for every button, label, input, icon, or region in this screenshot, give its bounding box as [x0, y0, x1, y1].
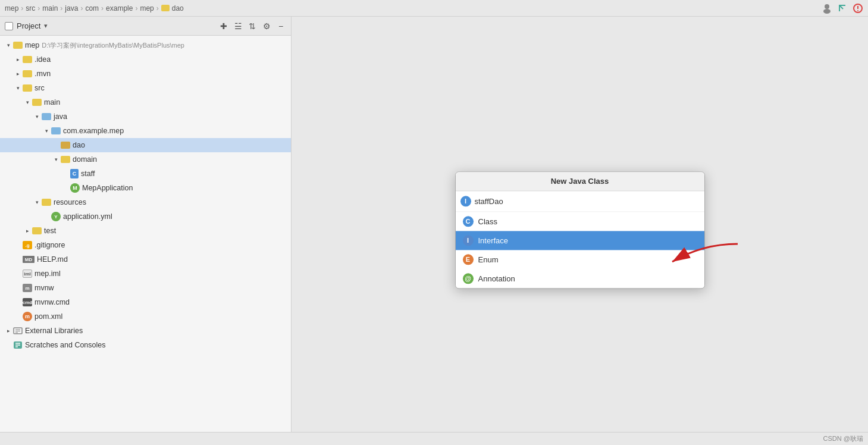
enum-type-icon: E [463, 254, 474, 265]
dialog-item-annotation[interactable]: @ Annotation [456, 269, 704, 288]
tree-label-staff: staff [81, 170, 95, 178]
project-icon [5, 22, 13, 30]
iml-file-icon: iml [23, 269, 32, 278]
folder-icon [23, 84, 32, 92]
tree-label-mvnw: mvnw [35, 284, 54, 292]
tree-item-java[interactable]: java [0, 109, 291, 124]
tree-item-gitignore[interactable]: .g .gitignore [0, 238, 291, 252]
tree-label-pomxml: pom.xml [35, 312, 62, 321]
sidebar-title: Project ▾ [5, 21, 48, 30]
tree-item-mvnw[interactable]: m mvnw [0, 281, 291, 295]
tree-item-mvnwcmd[interactable]: cmd mvnw.cmd [0, 295, 291, 309]
enum-type-label: Enum [478, 255, 499, 264]
tree-item-mepapplication[interactable]: M MepApplication [0, 181, 291, 195]
extlibs-icon [13, 327, 23, 335]
main-layout: Project ▾ ✚ ☱ ⇅ ⚙ − mep D:\学习案例\integrat… [0, 17, 868, 432]
yml-file-icon: Y [51, 212, 61, 221]
dialog-input-row: I [456, 191, 704, 212]
tree-item-main[interactable]: main [0, 95, 291, 109]
interface-type-label: Interface [478, 236, 509, 245]
expand-arrow [14, 56, 21, 63]
sidebar-header: Project ▾ ✚ ☱ ⇅ ⚙ − [0, 17, 291, 36]
add-button[interactable]: ✚ [218, 21, 229, 32]
tree-label-domain: domain [73, 155, 97, 164]
dialog-item-enum[interactable]: E Enum [456, 250, 704, 269]
xml-file-icon: m [23, 312, 32, 321]
dialog-input-icon: I [460, 196, 471, 206]
tree-label-java: java [54, 112, 67, 121]
tree-label-mvnwcmd: mvnw.cmd [35, 298, 70, 306]
tree-label-appyml: application.yml [63, 212, 112, 221]
tree-item-pomxml[interactable]: m pom.xml [0, 309, 291, 324]
tree-item-src[interactable]: src [0, 81, 291, 95]
tree-item-extlibs[interactable]: External Libraries [0, 324, 291, 338]
tree-item-scratches[interactable]: Scratches and Consoles [0, 338, 291, 352]
tree-label-mvn: .mvn [35, 70, 51, 78]
breadcrumb-item-dao[interactable]: dao [172, 4, 184, 12]
tree-item-domain[interactable]: domain [0, 152, 291, 167]
chevron-down-icon[interactable]: ▾ [44, 22, 48, 30]
breadcrumb-item-main[interactable]: main [42, 4, 58, 12]
breadcrumb-item-example[interactable]: example [106, 4, 133, 12]
breadcrumb-right [822, 3, 863, 14]
breadcrumb-item-src[interactable]: src [26, 4, 35, 12]
tree-item-com-example-mep[interactable]: com.example.mep [0, 124, 291, 138]
vcs-icon[interactable] [837, 3, 848, 14]
folder-icon [13, 42, 23, 49]
sidebar-panel: Project ▾ ✚ ☱ ⇅ ⚙ − mep D:\学习案例\integrat… [0, 17, 292, 432]
expand-arrow [14, 84, 21, 92]
mvnw-file-icon: m [23, 284, 32, 292]
expand-arrow [52, 156, 59, 163]
watermark-text: CSDN @耿瑞 [823, 434, 863, 443]
app-file-icon: M [70, 183, 80, 193]
expand-arrow [43, 127, 50, 134]
tree-item-test[interactable]: test [0, 224, 291, 238]
expand-arrow [24, 227, 31, 234]
tree-item-mepiml[interactable]: iml mep.iml [0, 267, 291, 281]
annotation-type-label: Annotation [478, 274, 515, 283]
scratches-icon [13, 341, 23, 349]
class-type-label: Class [478, 217, 498, 226]
tree-label-extlibs: External Libraries [25, 327, 83, 335]
collapse-button[interactable]: ⇅ [247, 21, 258, 32]
notifications-icon[interactable] [853, 3, 863, 14]
tree-item-helpmd[interactable]: MD HELP.md [0, 252, 291, 267]
dialog-list: C Class I Interface E Enum @ Annotation [456, 212, 704, 288]
sidebar-title-label: Project [17, 21, 40, 30]
tree-label-resources: resources [54, 198, 86, 206]
tree-label-mep: mep [25, 41, 39, 49]
settings-gear-icon[interactable]: ⚙ [261, 21, 272, 32]
folder-icon [61, 142, 70, 149]
dialog-item-class[interactable]: C Class [456, 212, 704, 231]
annotation-type-icon: @ [463, 273, 474, 284]
breadcrumb-item-mep[interactable]: mep [5, 4, 18, 12]
breadcrumb-item-com[interactable]: com [85, 4, 99, 12]
scroll-to-button[interactable]: ☱ [233, 21, 243, 32]
tree-label-idea: .idea [35, 55, 51, 64]
class-name-input[interactable] [475, 197, 700, 206]
breadcrumb-item-mep2[interactable]: mep [140, 4, 153, 12]
folder-icon [32, 99, 42, 106]
tree-item-mvn[interactable]: .mvn [0, 67, 291, 81]
tree-item-idea[interactable]: .idea [0, 52, 291, 67]
tree-item-dao[interactable]: dao [0, 138, 291, 152]
dialog-item-interface[interactable]: I Interface [456, 231, 704, 250]
tree-item-appyml[interactable]: Y application.yml [0, 209, 291, 224]
minimize-button[interactable]: − [275, 21, 286, 32]
expand-arrow [33, 113, 40, 120]
breadcrumb-item-java[interactable]: java [65, 4, 78, 12]
md-file-icon: MD [23, 256, 35, 263]
status-bar: CSDN @耿瑞 [0, 432, 868, 445]
tree-item-staff[interactable]: C staff [0, 167, 291, 181]
gitignore-file-icon: .g [23, 241, 32, 249]
tree-label-mepiml: mep.iml [35, 269, 61, 278]
user-icon[interactable] [822, 3, 832, 14]
tree-item-mep-root[interactable]: mep D:\学习案例\integrationMyBatis\MyBatisPl… [0, 38, 291, 52]
sidebar-actions: ✚ ☱ ⇅ ⚙ − [218, 21, 286, 32]
tree-label-package: com.example.mep [63, 127, 124, 135]
class-file-icon: C [70, 169, 79, 178]
expand-arrow [5, 327, 12, 334]
tree-label-scratches: Scratches and Consoles [25, 341, 106, 349]
folder-icon [61, 156, 70, 163]
tree-item-resources[interactable]: resources [0, 195, 291, 209]
